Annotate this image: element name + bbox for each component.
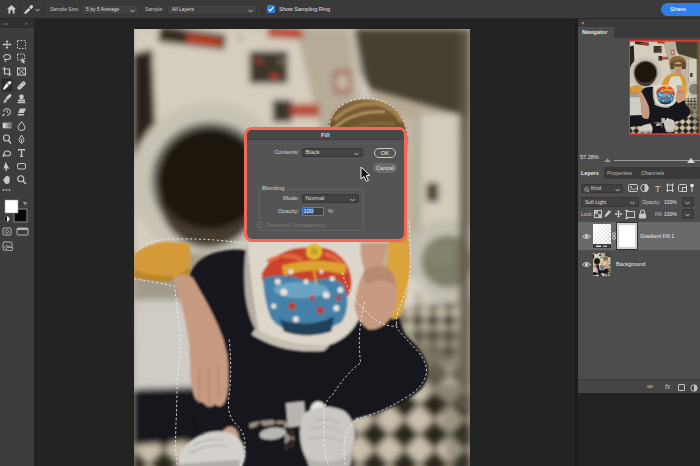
svg-text:T: T	[655, 184, 661, 194]
